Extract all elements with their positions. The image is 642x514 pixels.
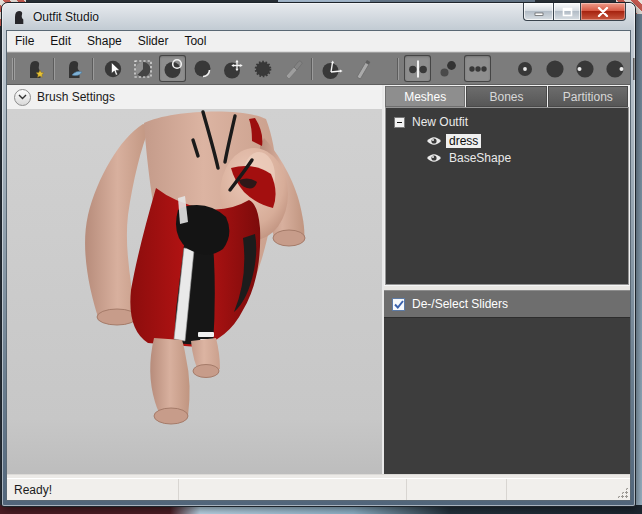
vertex-pen-tool-button[interactable] <box>348 55 375 82</box>
brush-size-large-button[interactable] <box>541 55 568 82</box>
transform-tool-icon <box>321 58 343 80</box>
load-project-button[interactable] <box>60 55 87 82</box>
status-cell <box>507 479 630 500</box>
new-project-button[interactable] <box>21 55 48 82</box>
toolbar-separator <box>397 58 399 80</box>
weight-paint-brush-button[interactable] <box>279 55 306 82</box>
tab-partitions[interactable]: Partitions <box>548 86 628 107</box>
menu-shape[interactable]: Shape <box>79 31 130 51</box>
close-icon <box>597 7 609 17</box>
slider-list-area[interactable] <box>384 317 630 474</box>
background-window-bottom <box>0 505 642 514</box>
desktop: { "window": { "title": "Outfit Studio" }… <box>0 0 642 514</box>
vertex-pen-icon <box>351 58 373 80</box>
outfit-studio-window: Outfit Studio File Edit Shape Slider Too… <box>2 3 635 506</box>
move-brush-icon <box>222 58 244 80</box>
maximize-button[interactable] <box>553 3 581 21</box>
global-brush-icon <box>467 58 489 80</box>
status-bar: Ready! <box>7 478 630 500</box>
side-panel: Meshes Bones Partitions New Outfit <box>384 85 630 474</box>
mesh-label-baseshape[interactable]: BaseShape <box>446 151 514 165</box>
move-brush-button[interactable] <box>219 55 246 82</box>
status-cell <box>407 479 507 500</box>
tree-root-row[interactable]: New Outfit <box>390 113 624 131</box>
titlebar[interactable]: Outfit Studio <box>2 3 635 30</box>
deselect-sliders-label: De-/Select Sliders <box>412 297 508 311</box>
window-controls <box>523 3 626 21</box>
connected-vertices-button[interactable] <box>434 55 461 82</box>
brush-strength-right-button[interactable] <box>601 55 628 82</box>
status-message-cell: Ready! <box>7 479 179 500</box>
collapse-icon[interactable] <box>394 117 405 128</box>
brush-settings-expander[interactable] <box>14 89 31 106</box>
brush-strength-left-button[interactable] <box>571 55 598 82</box>
mesh-tree: New Outfit dress Bas <box>385 107 629 285</box>
brush-size-icon <box>544 58 566 80</box>
inflate-brush-icon <box>162 58 184 80</box>
viewport-3d[interactable] <box>7 110 382 474</box>
brush-strength-left-icon <box>574 58 596 80</box>
brush-settings-header: Brush Settings <box>7 85 382 110</box>
visibility-eye-icon <box>426 135 442 147</box>
new-project-icon <box>24 58 46 80</box>
status-message: Ready! <box>14 483 52 497</box>
menu-bar: File Edit Shape Slider Tool <box>7 31 630 52</box>
load-project-icon <box>63 58 85 80</box>
minimize-button[interactable] <box>523 3 553 21</box>
inflate-brush-button[interactable] <box>159 55 186 82</box>
background-window-edge <box>635 14 642 514</box>
app-icon <box>10 9 26 25</box>
model-right-arm-cut <box>273 230 305 246</box>
menu-tool[interactable]: Tool <box>176 31 214 51</box>
client-area: File Edit Shape Slider Tool <box>6 30 631 501</box>
menu-edit[interactable]: Edit <box>42 31 79 51</box>
tab-meshes[interactable]: Meshes <box>385 86 465 107</box>
select-tool-button[interactable] <box>99 55 126 82</box>
x-mirror-toggle-button[interactable] <box>404 55 431 82</box>
toolbar-separator <box>633 58 635 80</box>
deflate-brush-button[interactable] <box>189 55 216 82</box>
slider-select-bar: De-/Select Sliders <box>384 290 630 317</box>
deselect-sliders-checkbox[interactable] <box>392 298 405 311</box>
deflate-brush-icon <box>192 58 214 80</box>
toolbar-separator <box>53 58 55 80</box>
panel-tabs: Meshes Bones Partitions <box>384 85 630 107</box>
brush-settings-label: Brush Settings <box>37 90 115 104</box>
menu-file[interactable]: File <box>7 31 42 51</box>
toolbar <box>7 52 630 85</box>
status-cell <box>179 479 407 500</box>
visibility-eye-icon <box>426 152 442 164</box>
chevron-down-icon <box>18 94 27 100</box>
menu-slider[interactable]: Slider <box>130 31 177 51</box>
connected-vertices-icon <box>437 58 459 80</box>
model-render <box>7 110 382 474</box>
smooth-brush-button[interactable] <box>249 55 276 82</box>
brush-size-focus-button[interactable] <box>511 55 538 82</box>
toolbar-separator <box>311 58 313 80</box>
tree-item-dress[interactable]: dress <box>426 134 624 148</box>
toolbar-separator <box>92 58 94 80</box>
maximize-icon <box>562 7 573 17</box>
global-brush-toggle-button[interactable] <box>464 55 491 82</box>
select-tool-icon <box>102 58 124 80</box>
tree-root-label: New Outfit <box>412 115 468 129</box>
mask-brush-icon <box>132 58 154 80</box>
model-right-leg-cut <box>193 365 219 378</box>
brush-strength-right-icon <box>604 58 626 80</box>
mesh-label-dress[interactable]: dress <box>446 134 481 148</box>
brush-focus-icon <box>514 58 536 80</box>
check-icon <box>394 300 404 309</box>
toolbar-grip[interactable] <box>12 58 15 80</box>
weight-paint-brush-icon <box>282 58 304 80</box>
tab-bones[interactable]: Bones <box>466 86 546 107</box>
mask-brush-button[interactable] <box>129 55 156 82</box>
x-mirror-icon <box>407 58 429 80</box>
smooth-brush-icon <box>252 58 274 80</box>
close-button[interactable] <box>581 3 626 21</box>
window-title: Outfit Studio <box>33 10 99 24</box>
minimize-icon <box>534 7 544 16</box>
main-content: Brush Settings <box>7 85 630 474</box>
tree-item-baseshape[interactable]: BaseShape <box>426 151 624 165</box>
transform-tool-button[interactable] <box>318 55 345 82</box>
model-left-leg-cut <box>154 408 188 424</box>
